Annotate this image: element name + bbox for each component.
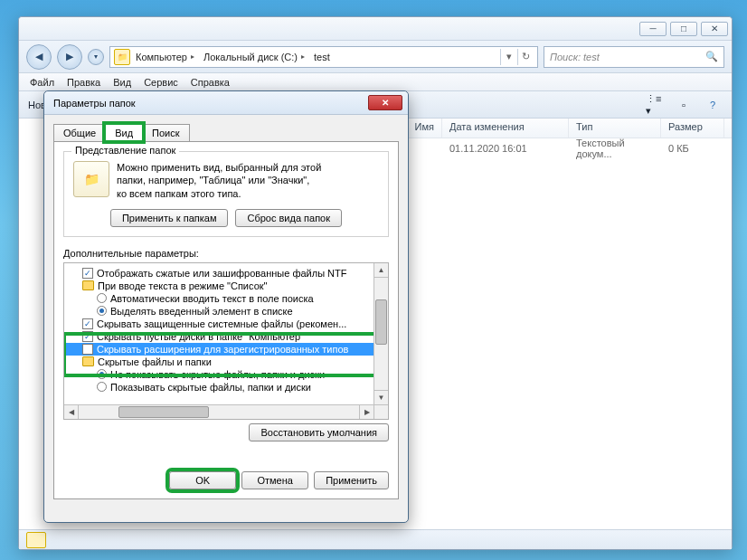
tree-item[interactable]: ✓Скрывать пустые диски в папке "Компьюте…: [66, 330, 386, 343]
scroll-down-icon[interactable]: ▼: [374, 390, 388, 404]
tree-item[interactable]: Не показывать скрытые файлы, папки и дис…: [66, 368, 386, 381]
cancel-button[interactable]: Отмена: [241, 471, 308, 489]
scroll-thumb[interactable]: [118, 406, 209, 418]
dialog-titlebar: Параметры папок ✕: [44, 91, 408, 115]
dialog-body: Общие Вид Поиск Представление папок 📁 Мо…: [44, 115, 408, 507]
folder-icon: 📁: [114, 49, 130, 65]
scrollbar-horizontal[interactable]: ◀ ▶: [64, 404, 374, 419]
tab-strip: Общие Вид Поиск: [53, 124, 399, 141]
history-dropdown[interactable]: ▾: [88, 49, 104, 65]
menubar: Файл Правка Вид Сервис Справка: [19, 73, 732, 91]
tree-item[interactable]: ✓Отображать сжатые или зашифрованные фай…: [66, 267, 386, 280]
restore-defaults-button[interactable]: Восстановить умолчания: [249, 423, 389, 441]
help-button[interactable]: ?: [703, 96, 723, 114]
dialog-footer: OK Отмена Применить: [63, 471, 389, 489]
folder-views-group: Представление папок 📁 Можно применить ви…: [63, 151, 389, 237]
menu-file[interactable]: Файл: [30, 77, 54, 88]
ok-button[interactable]: OK: [169, 471, 236, 489]
col-date[interactable]: Дата изменения: [442, 119, 569, 138]
scroll-thumb[interactable]: [375, 299, 387, 345]
scroll-left-icon[interactable]: ◀: [64, 405, 79, 419]
folder-icon: [82, 356, 94, 366]
maximize-button[interactable]: □: [670, 22, 697, 36]
breadcrumb[interactable]: 📁 Компьютер Локальный диск (C:) test ▾↻: [109, 46, 538, 68]
apply-to-folders-button[interactable]: Применить к папкам: [110, 209, 229, 227]
cell-date: 01.11.2020 16:01: [442, 143, 569, 154]
address-bar: ◀ ▶ ▾ 📁 Компьютер Локальный диск (C:) te…: [19, 41, 732, 73]
menu-view[interactable]: Вид: [113, 77, 131, 88]
breadcrumb-item[interactable]: Локальный диск (C:): [200, 52, 308, 62]
checkbox-icon[interactable]: ✓: [82, 318, 93, 329]
tree-item[interactable]: Автоматически вводить текст в поле поиск…: [66, 292, 386, 305]
back-button[interactable]: ◀: [26, 44, 52, 70]
folder-icon: [82, 280, 94, 290]
search-icon: 🔍: [705, 51, 718, 62]
dialog-close-button[interactable]: ✕: [368, 95, 402, 110]
checkbox-icon[interactable]: ✓: [82, 331, 93, 342]
breadcrumb-dropdown[interactable]: ▾: [500, 49, 516, 65]
tab-general[interactable]: Общие: [53, 124, 106, 141]
advanced-settings-tree[interactable]: ✓Отображать сжатые или зашифрованные фай…: [63, 262, 389, 420]
tab-search[interactable]: Поиск: [142, 124, 189, 141]
dialog-title: Параметры папок: [53, 98, 136, 109]
radio-icon[interactable]: [97, 306, 107, 316]
tree-item[interactable]: Скрытые файлы и папки: [66, 356, 386, 368]
folder-views-description: Можно применить вид, выбранный для этой …: [117, 161, 321, 200]
scroll-up-icon[interactable]: ▲: [374, 263, 388, 278]
folder-views-icon: 📁: [73, 161, 109, 197]
view-options-button[interactable]: ⋮≡ ▾: [645, 96, 665, 114]
refresh-button[interactable]: ↻: [517, 49, 534, 65]
forward-button[interactable]: ▶: [57, 44, 82, 70]
breadcrumb-item[interactable]: Компьютер: [132, 52, 198, 62]
tree-item[interactable]: Выделять введенный элемент в списке: [66, 305, 386, 318]
close-button[interactable]: ✕: [701, 22, 728, 36]
preview-pane-button[interactable]: ▫: [674, 96, 694, 114]
advanced-settings-label: Дополнительные параметры:: [63, 248, 389, 259]
tree-item[interactable]: При вводе текста в режиме "Список": [66, 280, 386, 292]
radio-icon[interactable]: [97, 293, 107, 303]
cell-type: Текстовый докум...: [569, 138, 661, 159]
tree-item-hide-extensions[interactable]: Скрывать расширения для зарегистрированн…: [66, 343, 386, 356]
tree-item[interactable]: ✓Скрывать защищенные системные файлы (ре…: [66, 318, 386, 330]
cell-size: 0 КБ: [661, 143, 724, 154]
col-size[interactable]: Размер: [661, 119, 724, 138]
tab-panel-view: Представление папок 📁 Можно применить ви…: [53, 141, 399, 499]
apply-button[interactable]: Применить: [314, 471, 389, 489]
folder-options-dialog: Параметры папок ✕ Общие Вид Поиск Предст…: [43, 90, 409, 523]
checkbox-icon[interactable]: ✓: [82, 268, 93, 279]
tab-view[interactable]: Вид: [105, 124, 143, 141]
menu-tools[interactable]: Сервис: [144, 77, 178, 88]
search-placeholder: Поиск: test: [550, 52, 600, 62]
reset-folders-button[interactable]: Сброс вида папок: [235, 209, 342, 227]
search-input[interactable]: Поиск: test 🔍: [544, 46, 724, 68]
radio-icon[interactable]: [97, 382, 107, 392]
breadcrumb-item[interactable]: test: [310, 52, 337, 62]
radio-icon[interactable]: [97, 369, 107, 379]
menu-help[interactable]: Справка: [191, 77, 230, 88]
statusbar: [19, 529, 732, 549]
menu-edit[interactable]: Правка: [67, 77, 100, 88]
folder-icon: [26, 532, 46, 548]
minimize-button[interactable]: ─: [639, 22, 667, 36]
scrollbar-vertical[interactable]: ▲ ▼: [374, 263, 388, 404]
col-type[interactable]: Тип: [569, 119, 661, 138]
tree-item[interactable]: Показывать скрытые файлы, папки и диски: [66, 381, 386, 394]
explorer-titlebar: ─ □ ✕: [19, 17, 732, 41]
group-title: Представление папок: [71, 145, 179, 156]
checkbox-icon[interactable]: [82, 344, 93, 355]
scroll-right-icon[interactable]: ▶: [359, 405, 374, 419]
scroll-corner: [374, 404, 388, 419]
